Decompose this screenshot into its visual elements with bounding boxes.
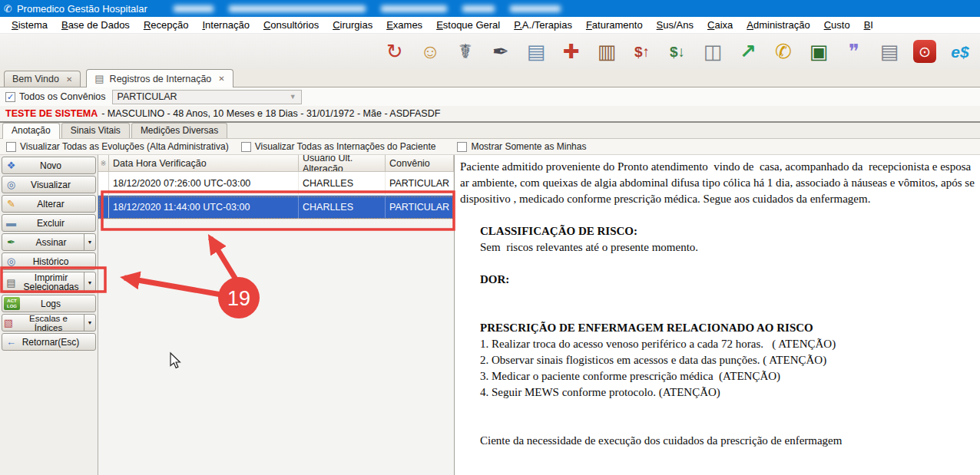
mostrar-somente-minhas-checkbox[interactable] <box>457 142 467 152</box>
edit-icon: ✎ <box>2 198 20 209</box>
historico-button[interactable]: ◎ Histórico <box>2 252 96 270</box>
table-row[interactable]: 18/12/2020 07:26:00 UTC-03:00 CHARLLES P… <box>98 172 454 196</box>
record-subtabs: Anotação Sinais Vitais Medições Diversas <box>0 123 980 139</box>
menu-caixa[interactable]: Caixa <box>700 18 740 32</box>
patient-info-bar: TESTE DE SISTEMA - MASCULINO - 48 Anos, … <box>0 106 980 123</box>
menu-exames[interactable]: Exames <box>379 18 429 32</box>
close-icon[interactable]: ✕ <box>66 75 72 84</box>
filter-internacoes: Visualizar Todas as Internações do Pacie… <box>241 141 436 152</box>
document-tab-bar: Bem Vindo ✕ ▤ Registros de Internação ✕ <box>0 69 980 87</box>
assinar-dropdown[interactable]: ▼ <box>84 234 95 250</box>
convenio-select[interactable]: PARTICULAR ▼ <box>112 90 302 104</box>
tab-bem-vindo[interactable]: Bem Vindo ✕ <box>4 71 81 87</box>
tab-medicoes-diversas[interactable]: Medições Diversas <box>131 123 227 138</box>
menu-custo[interactable]: Custo <box>817 18 857 32</box>
history-icon: ◎ <box>2 256 20 267</box>
doctor-icon[interactable]: ☤ <box>448 35 483 68</box>
menu-bar: Sistema Base de Dados Recepção Internaçã… <box>0 17 980 34</box>
menu-cirurgias[interactable]: Cirurgias <box>326 18 379 32</box>
finance-chart-icon[interactable]: ↗ <box>730 35 766 68</box>
alterar-button[interactable]: ✎ Alterar <box>2 195 96 213</box>
tab-anotacao[interactable]: Anotação <box>2 123 60 139</box>
mostrar-somente-minhas-label: Mostrar Somente as Minhas <box>471 141 586 152</box>
invoice-icon[interactable]: ▤ <box>872 35 907 68</box>
tab-sinais-vitais[interactable]: Sinais Vitais <box>61 123 130 138</box>
sync-patients-icon[interactable]: ↻ <box>377 35 412 68</box>
note-line: Ciente da necessidade de execução dos cu… <box>460 433 980 449</box>
e-billing-icon[interactable]: e$ <box>942 35 978 68</box>
visualizar-evolucoes-label: Visualizar Todas as Evoluções (Alta Admi… <box>20 141 229 152</box>
cash-in-icon[interactable]: $↑ <box>624 35 660 68</box>
table-row-selected[interactable]: 18/12/2020 11:44:00 UTC-03:00 CHARLLES P… <box>98 196 454 219</box>
menu-internacao[interactable]: Internação <box>195 18 256 32</box>
phonebook-icon[interactable]: ✆ <box>766 35 801 68</box>
note-heading-dor: DOR: <box>460 272 980 288</box>
novo-button[interactable]: ❖ Novo <box>2 157 96 174</box>
menu-consultorios[interactable]: Consultórios <box>257 18 326 32</box>
note-line: Sem riscos relevantes até o presente mom… <box>460 239 980 256</box>
act-log-icon: ACTLOG <box>4 297 20 310</box>
contract-icon[interactable]: ✒ <box>483 35 518 68</box>
printer-icon: ▤ <box>94 73 104 84</box>
close-icon[interactable]: ✕ <box>218 74 224 83</box>
col-convenio[interactable]: Convênio <box>386 155 454 171</box>
escalas-indices-button[interactable]: ▧ Escalas e Índices ▼ <box>2 314 96 332</box>
actions-panel: ❖ Novo ◎ Visualizar ✎ Alterar ▬ Excluir … <box>0 155 98 475</box>
menu-pa-terapias[interactable]: P.A./Terapias <box>507 18 579 32</box>
convenio-filter-row: ✓ Todos os Convênios PARTICULAR ▼ <box>0 87 980 106</box>
col-data-hora[interactable]: Data Hora Verificação <box>109 155 299 171</box>
convenio-value: PARTICULAR <box>118 91 177 102</box>
ambulance-icon[interactable]: ✚ <box>554 35 589 68</box>
chat-icon[interactable]: ❞ <box>836 35 872 68</box>
note-line: 4. Seguir MEWS conforme protocolo. (ATEN… <box>460 384 980 401</box>
assinar-button[interactable]: ✒ Assinar ▼ <box>2 233 96 251</box>
patient-folder-icon[interactable]: ☺ <box>412 35 448 68</box>
supplies-icon[interactable]: ▥ <box>589 35 624 68</box>
excluir-button[interactable]: ▬ Excluir <box>2 214 96 232</box>
records-grid: ※ Data Hora Verificação Usuário Últ. Alt… <box>98 155 455 475</box>
menu-administracao[interactable]: Administração <box>740 18 816 32</box>
visualizar-internacoes-checkbox[interactable] <box>241 142 251 152</box>
escalas-dropdown[interactable]: ▼ <box>84 315 95 331</box>
delete-icon: ▬ <box>2 217 20 229</box>
main-content: ❖ Novo ◎ Visualizar ✎ Alterar ▬ Excluir … <box>0 155 980 475</box>
menu-sus-ans[interactable]: Sus/Ans <box>650 18 700 32</box>
note-line: dispositivo , medicado conforme prescriç… <box>460 191 980 207</box>
note-line: 1. Realizar troca do acesso venoso perif… <box>460 336 980 352</box>
imprimir-dropdown[interactable]: ▼ <box>84 272 95 292</box>
patient-details: - MASCULINO - 48 Anos, 10 Meses e 18 Dia… <box>101 108 440 119</box>
tab-registros-label: Registros de Internação <box>110 74 212 84</box>
new-icon: ❖ <box>2 160 20 171</box>
visualizar-evolucoes-checkbox[interactable] <box>6 142 16 152</box>
todos-convenios-checkbox[interactable]: ✓ <box>5 92 15 102</box>
logs-button[interactable]: ACTLOG Logs <box>2 295 96 312</box>
filter-somente-minhas: Mostrar Somente as Minhas <box>457 141 586 152</box>
safe-icon[interactable]: ◫ <box>695 35 730 68</box>
menu-bi[interactable]: BI <box>857 18 880 32</box>
tab-bem-vindo-label: Bem Vindo <box>12 74 59 84</box>
todos-convenios-label: Todos os Convênios <box>19 91 106 102</box>
menu-faturamento[interactable]: Faturamento <box>579 18 650 32</box>
col-usuario[interactable]: Usuário Últ. Alteração <box>299 155 386 171</box>
app-logo-icon: ✆ <box>4 3 12 15</box>
menu-sistema[interactable]: Sistema <box>5 18 55 32</box>
power-off-icon[interactable]: ⊙ <box>907 35 942 68</box>
grid-corner-icon[interactable]: ※ <box>98 155 109 171</box>
window-title: Promedico Gestão Hospitalar <box>17 3 147 15</box>
note-line: Paciente admitido proveniente do Pronto … <box>460 159 980 175</box>
menu-estoque-geral[interactable]: Estoque Geral <box>429 18 507 32</box>
view-icon: ◎ <box>2 179 20 190</box>
cash-out-icon[interactable]: $↓ <box>660 35 695 68</box>
filter-evolucoes: Visualizar Todas as Evoluções (Alta Admi… <box>6 141 229 152</box>
main-toolbar: ↻ ☺ ☤ ✒ ▤ ✚ ▥ $↑ $↓ ◫ ↗ ✆ ▣ ❞ ▤ ⊙ e$ <box>0 34 980 69</box>
visualizar-button[interactable]: ◎ Visualizar <box>2 176 96 193</box>
hospital-bed-icon[interactable]: ▤ <box>518 35 554 68</box>
imprimir-selecionadas-button[interactable]: ▤ Imprimir Selecionadas ▼ <box>2 272 96 293</box>
retornar-button[interactable]: ← Retornar(Esc) <box>2 333 96 351</box>
printer-icon: ▤ <box>2 277 20 289</box>
note-line: 2. Observar sinais flogisticos em acesso… <box>460 352 980 368</box>
tab-registros-internacao[interactable]: ▤ Registros de Internação ✕ <box>86 69 233 87</box>
manual-book-icon[interactable]: ▣ <box>801 35 836 68</box>
menu-recepcao[interactable]: Recepção <box>137 18 196 32</box>
menu-base-de-dados[interactable]: Base de Dados <box>55 18 137 32</box>
